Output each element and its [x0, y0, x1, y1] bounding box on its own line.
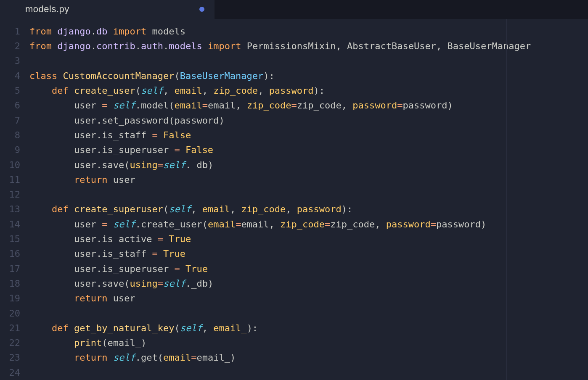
line-number: 13 — [0, 202, 23, 216]
line-number: 1 — [0, 24, 23, 39]
code-line[interactable] — [29, 365, 531, 380]
line-number: 23 — [0, 350, 23, 365]
ruler-line — [506, 19, 507, 380]
code-line[interactable]: user.is_staff = True — [29, 246, 531, 261]
line-number: 10 — [0, 158, 23, 172]
line-number: 22 — [0, 335, 23, 350]
line-number: 17 — [0, 261, 23, 276]
code-line[interactable]: from django.db import models — [29, 24, 531, 39]
code-line[interactable]: user.is_superuser = False — [29, 142, 531, 157]
line-number: 11 — [0, 172, 23, 187]
line-number-gutter: 123456789101112131415161718192021222324 — [0, 19, 23, 380]
line-number: 9 — [0, 142, 23, 157]
line-number: 3 — [0, 53, 23, 68]
code-line[interactable]: return user — [29, 291, 531, 306]
tab-models-py[interactable]: models.py — [0, 0, 215, 19]
code-line[interactable]: user.set_password(password) — [29, 113, 531, 128]
line-number: 15 — [0, 232, 23, 246]
code-line[interactable]: user.save(using=self._db) — [29, 276, 531, 291]
code-line[interactable]: user.is_active = True — [29, 232, 531, 246]
line-number: 5 — [0, 83, 23, 98]
code-line[interactable]: def create_superuser(self, email, zip_co… — [29, 202, 531, 216]
line-number: 14 — [0, 217, 23, 232]
code-line[interactable]: user = self.create_user(email=email, zip… — [29, 217, 531, 232]
editor-root: models.py 123456789101112131415161718192… — [0, 0, 588, 380]
tab-filename: models.py — [25, 4, 69, 15]
line-number: 21 — [0, 321, 23, 335]
line-number: 20 — [0, 306, 23, 321]
code-line[interactable] — [29, 187, 531, 202]
code-line[interactable]: return self.get(email=email_) — [29, 350, 531, 365]
line-number: 19 — [0, 291, 23, 306]
code-line[interactable]: user.is_superuser = True — [29, 261, 531, 276]
line-number: 6 — [0, 98, 23, 113]
code-line[interactable]: user = self.model(email=email, zip_code=… — [29, 98, 531, 113]
code-content[interactable]: from django.db import modelsfrom django.… — [23, 19, 531, 380]
line-number: 12 — [0, 187, 23, 202]
code-line[interactable]: class CustomAccountManager(BaseUserManag… — [29, 69, 531, 83]
line-number: 18 — [0, 276, 23, 291]
code-line[interactable]: def get_by_natural_key(self, email_): — [29, 321, 531, 335]
code-line[interactable] — [29, 306, 531, 321]
code-area[interactable]: 123456789101112131415161718192021222324 … — [0, 19, 588, 380]
line-number: 7 — [0, 113, 23, 128]
line-number: 24 — [0, 365, 23, 380]
line-number: 4 — [0, 69, 23, 83]
code-line[interactable]: user.is_staff = False — [29, 128, 531, 142]
line-number: 8 — [0, 128, 23, 142]
line-number: 16 — [0, 246, 23, 261]
code-line[interactable]: def create_user(self, email, zip_code, p… — [29, 83, 531, 98]
code-line[interactable]: from django.contrib.auth.models import P… — [29, 39, 531, 53]
code-line[interactable]: return user — [29, 172, 531, 187]
code-line[interactable] — [29, 53, 531, 68]
code-line[interactable]: user.save(using=self._db) — [29, 158, 531, 172]
tab-bar: models.py — [0, 0, 588, 19]
code-line[interactable]: print(email_) — [29, 335, 531, 350]
line-number: 2 — [0, 39, 23, 53]
modified-indicator-icon — [199, 7, 204, 12]
